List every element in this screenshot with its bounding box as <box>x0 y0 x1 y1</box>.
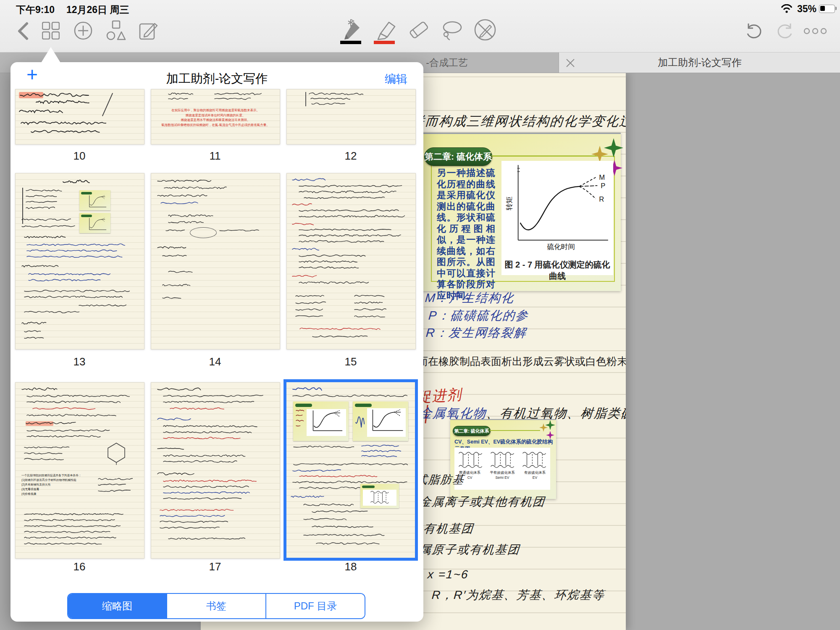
handwriting-stroke <box>295 301 327 304</box>
back-button[interactable] <box>16 21 30 41</box>
handwriting-stroke <box>26 243 127 246</box>
handwriting-stroke <box>354 315 385 318</box>
highlighter-color-indicator <box>374 41 395 44</box>
handwriting-stroke <box>24 235 66 239</box>
handwriting-stroke <box>304 196 388 199</box>
handwriting-stroke <box>354 294 388 297</box>
page-thumbnail[interactable] <box>151 382 280 559</box>
sparkle-green-icon <box>604 138 623 158</box>
handwriting-stroke <box>303 533 387 536</box>
handwriting-stroke <box>309 92 363 95</box>
handwriting-stroke <box>299 190 397 193</box>
handwriting-stroke <box>26 189 63 192</box>
tab-bookmarks[interactable]: 书签 <box>166 594 265 618</box>
new-note-button[interactable] <box>139 20 159 40</box>
undo-button[interactable] <box>744 23 763 40</box>
handwriting-stroke <box>292 386 323 391</box>
page-thumbnail[interactable]: 一个比较理想的阻燃剂应该具备下列基本条件： (1)阻燃剂不损害高分子材料的物理机… <box>15 382 144 559</box>
mini-curve <box>87 194 107 209</box>
handwriting-stroke <box>299 266 362 269</box>
handwriting-stroke <box>295 294 325 297</box>
handwriting-stroke <box>26 414 119 417</box>
handwriting-stroke <box>162 254 187 257</box>
more-button[interactable] <box>803 27 827 35</box>
page-thumbnail[interactable] <box>151 173 280 349</box>
panel-title: 加工助剂-论文写作 <box>10 71 423 87</box>
handwriting-stroke <box>163 430 253 433</box>
handwriting-stroke <box>26 429 110 432</box>
page-thumbnail[interactable] <box>286 89 416 144</box>
page-number: 15 <box>286 355 415 368</box>
handwriting-stroke <box>157 446 188 450</box>
handwriting-stroke <box>26 194 58 197</box>
handwriting-stroke <box>292 480 410 483</box>
handwriting-stroke <box>163 479 257 482</box>
handwriting-stroke <box>24 519 116 521</box>
page-number: 17 <box>151 560 279 573</box>
crosslink-cv-diagram <box>457 450 483 470</box>
page-number: 10 <box>15 150 144 163</box>
sparkle-magenta-icon <box>546 431 554 439</box>
sparkle-green-icon <box>545 420 555 430</box>
crosslink-diagrams: 普通硫化体系CV 半有效硫化体系Semi EV 有效硫化体系EV <box>454 448 550 490</box>
handwriting-stroke <box>36 100 90 104</box>
handwriting-stroke <box>164 186 227 189</box>
handwriting-stroke <box>160 526 223 529</box>
handwriting-stroke <box>26 249 119 252</box>
handwriting-stroke <box>63 178 92 184</box>
handwriting-stroke <box>24 310 83 313</box>
handwriting-stroke <box>160 520 231 523</box>
vulcanizer-list-blue: 金属氧化物 <box>419 406 487 420</box>
handwriting-stroke <box>26 206 55 209</box>
handwriting-stroke <box>299 327 383 330</box>
page-thumbnail-selected[interactable] <box>286 382 415 558</box>
note-m: M：产生结构化 <box>424 290 515 307</box>
handwriting-line: 交联而构成三维网状结构的化学变化过程。 <box>396 113 626 130</box>
highlighter-tool[interactable] <box>375 18 396 40</box>
tab-pdf-outline[interactable]: PDF 目录 <box>265 594 365 618</box>
handwriting-stroke <box>311 102 347 105</box>
system-label-ev: 有效硫化体系EV <box>524 470 546 480</box>
edit-button[interactable]: 编辑 <box>385 71 407 87</box>
tab-thumbnails[interactable]: 缩略图 <box>68 594 166 618</box>
chart-caption: 图 2 - 7 用硫化仪测定的硫化曲线 <box>501 259 613 282</box>
note-p: P：硫磺硫化的参 <box>428 307 529 324</box>
handwriting-stroke <box>24 289 133 292</box>
status-bar: 下午9:10 12月26日 周三 35% <box>0 0 840 18</box>
handwriting-stroke <box>98 483 129 486</box>
handwriting-stroke <box>293 445 356 448</box>
page-number: 11 <box>151 150 279 163</box>
handwriting-stroke <box>162 284 192 286</box>
handwriting-stroke <box>354 308 387 311</box>
handwriting-stroke <box>303 517 349 520</box>
benzene-ring <box>105 441 127 465</box>
close-icon[interactable] <box>565 58 576 68</box>
handwriting-stroke <box>26 435 102 438</box>
mini-curve <box>367 408 406 433</box>
pen-disabled-tool[interactable] <box>474 18 496 41</box>
handwriting-stroke <box>312 525 375 528</box>
note-organic-group: 有机基团 <box>423 521 474 537</box>
shapes-button[interactable] <box>106 20 127 41</box>
handwriting-stroke <box>21 225 76 228</box>
page-thumbnail[interactable] <box>286 173 416 349</box>
handwriting-stroke <box>21 321 47 325</box>
bluetooth-pen-tool[interactable] <box>341 18 362 40</box>
page-thumbnail[interactable] <box>15 173 144 349</box>
pen-color-indicator <box>340 41 361 44</box>
redo-button[interactable] <box>776 23 795 40</box>
page-thumbnail[interactable] <box>15 89 144 144</box>
eraser-tool[interactable] <box>408 19 429 40</box>
pen-stroke <box>102 93 113 116</box>
handwriting-stroke <box>26 394 131 397</box>
embedded-slide-vulcanization-curve: 第二章: 硫化体系 另一种描述硫化历程的曲线是采用硫化仪测出的硫化曲线。形状和硫… <box>421 133 621 291</box>
handwriting-stroke <box>24 530 112 533</box>
page-thumbnails-button[interactable] <box>42 22 60 39</box>
add-page-button[interactable] <box>74 21 93 40</box>
page-thumbnail[interactable]: 在实际应用中，聚合物的燃烧性可用燃烧速度和氧指数来表示。 燃烧速度是指试样单位时… <box>151 89 280 144</box>
tab-active-document[interactable]: 加工助剂-论文写作 <box>559 52 840 73</box>
svg-text:硫化时间: 硫化时间 <box>547 243 575 251</box>
handwriting-stroke <box>163 436 243 439</box>
handwriting-stroke <box>163 460 239 463</box>
lasso-tool[interactable] <box>441 19 463 41</box>
